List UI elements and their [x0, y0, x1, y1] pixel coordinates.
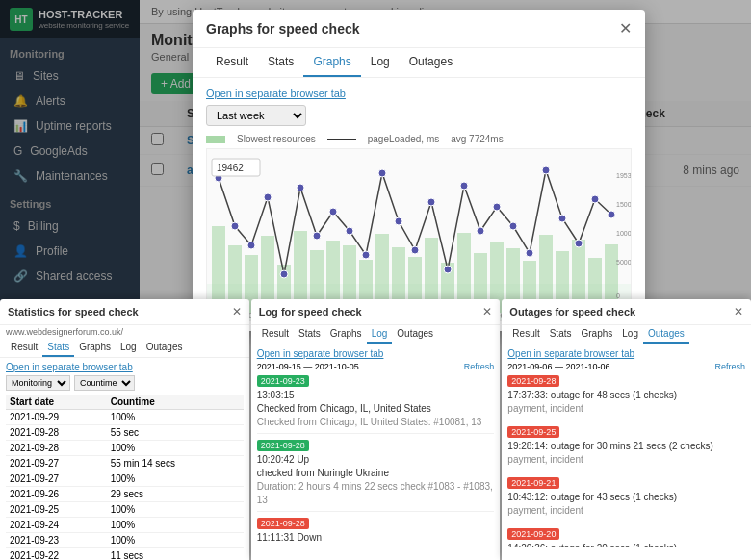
outages-date-range: 2021-09-06 — 2021-10-06	[507, 362, 609, 371]
outage-entry-time: 19:28:14: outage for 30 mins 21 secs (2 …	[507, 440, 745, 453]
avg-label: avg 7724ms	[451, 134, 503, 144]
outage-entry-date: 2021-09-28	[507, 375, 559, 387]
slowest-resources-label: Slowest resources	[237, 134, 316, 144]
stats-value: 100%	[107, 518, 244, 533]
outage-entry: 2021-09-20 14:20:36: outage for 20 secs …	[507, 528, 745, 547]
stats-date: 2021-09-24	[6, 518, 107, 533]
stats-date: 2021-09-28	[6, 441, 107, 456]
log-tab-graphs[interactable]: Graphs	[325, 325, 367, 344]
stats-tab-stats[interactable]: Stats	[42, 339, 74, 357]
modal-graphs-close-button[interactable]: ✕	[619, 19, 632, 38]
log-entry: 2021-09-28 11:11:31 Down K1 (undefined) …	[257, 518, 495, 547]
outage-entry-time: 14:20:36: outage for 20 secs (1 checks)	[507, 542, 745, 547]
stats-period-select[interactable]: MonitoringDaily	[6, 375, 70, 391]
stats-country-select[interactable]: Countime	[74, 375, 135, 391]
svg-point-48	[231, 222, 239, 230]
tab-graphs[interactable]: Graphs	[303, 48, 360, 77]
log-tab-result[interactable]: Result	[257, 325, 294, 344]
svg-point-66	[526, 249, 533, 257]
log-tab-log[interactable]: Log	[367, 325, 393, 344]
outages-open-in-tab-link[interactable]: Open in separate browser tab	[507, 348, 745, 359]
outage-entry-note: payment, incident	[507, 504, 745, 518]
outages-tab-graphs[interactable]: Graphs	[577, 325, 618, 344]
svg-point-52	[297, 184, 304, 191]
open-in-tab-link[interactable]: Open in separate browser tab	[206, 88, 632, 99]
modal-graphs: Graphs for speed check ✕ Result Stats Gr…	[193, 10, 645, 331]
outage-entry: 2021-09-25 19:28:14: outage for 30 mins …	[507, 426, 745, 471]
tab-outages[interactable]: Outages	[400, 48, 462, 77]
svg-text:10000: 10000	[616, 230, 631, 237]
outages-tab-outages[interactable]: Outages	[643, 325, 689, 344]
tab-log[interactable]: Log	[361, 48, 400, 77]
modal-stats-close-button[interactable]: ✕	[232, 305, 242, 318]
log-open-in-tab-link[interactable]: Open in separate browser tab	[257, 348, 495, 359]
svg-point-67	[542, 166, 550, 174]
svg-point-69	[575, 240, 583, 247]
svg-text:0: 0	[616, 293, 620, 299]
stats-tab-result[interactable]: Result	[6, 339, 42, 357]
stats-open-in-tab-link[interactable]: Open in separate browser tab	[6, 362, 244, 372]
stats-table-row: 2021-09-2755 min 14 secs	[6, 456, 244, 471]
modal-graphs-header: Graphs for speed check ✕	[193, 10, 645, 48]
log-tab-outages[interactable]: Outages	[392, 325, 438, 344]
svg-point-70	[591, 195, 599, 203]
modal-outages-tabs: Result Stats Graphs Log Outages	[502, 325, 751, 344]
svg-text:19462: 19462	[217, 163, 244, 173]
outage-entry-time: 17:37:33: outage for 48 secs (1 checks)	[507, 389, 745, 402]
stats-filters: MonitoringDaily Countime	[6, 375, 244, 391]
svg-point-68	[558, 215, 566, 222]
stats-value: 55 sec	[107, 425, 244, 441]
modal-graphs-tabs: Result Stats Graphs Log Outages	[193, 48, 645, 78]
log-entry: 2021-09-28 10:20:42 Up checked from Nuri…	[257, 440, 495, 512]
modal-outages-header: Outages for speed check ✕	[502, 299, 751, 325]
stats-value: 100%	[107, 533, 244, 548]
stats-table-row: 2021-09-2629 secs	[6, 487, 244, 502]
outage-entries: 2021-09-28 17:37:33: outage for 48 secs …	[507, 375, 745, 547]
svg-point-64	[493, 203, 501, 211]
modal-log-body: Open in separate browser tab 2021-09-15 …	[251, 344, 501, 547]
legend-bar	[206, 136, 225, 143]
outages-tab-stats[interactable]: Stats	[545, 325, 577, 344]
svg-point-63	[477, 227, 484, 235]
tab-stats[interactable]: Stats	[258, 48, 303, 77]
log-entry-title: checked from Nuringle Ukraine	[257, 467, 495, 480]
outages-refresh-link[interactable]: Refresh	[715, 362, 746, 371]
svg-point-59	[411, 246, 419, 254]
outage-entry-time: 10:43:12: outage for 43 secs (1 checks)	[507, 491, 745, 504]
stats-value: 29 secs	[107, 487, 244, 502]
outage-entry: 2021-09-21 10:43:12: outage for 43 secs …	[507, 477, 745, 522]
modal-log-tabs: Result Stats Graphs Log Outages	[251, 325, 501, 344]
svg-point-60	[427, 198, 435, 206]
outage-entry-date: 2021-09-25	[507, 426, 559, 438]
stats-tab-log[interactable]: Log	[116, 339, 142, 357]
log-date-range-row: 2021-09-15 — 2021-10-05 Refresh	[257, 362, 495, 371]
stats-tab-outages[interactable]: Outages	[142, 339, 188, 357]
stats-col-date: Start date	[6, 395, 107, 410]
stats-table-row: 2021-09-2855 sec	[6, 425, 244, 441]
log-entry-time: 11:11:31 Down	[257, 531, 495, 545]
stats-value: 11 secs	[107, 548, 244, 561]
stats-date: 2021-09-23	[6, 533, 107, 548]
stats-date: 2021-09-26	[6, 487, 107, 502]
stats-table-row: 2021-09-28100%	[6, 441, 244, 456]
stats-tab-graphs[interactable]: Graphs	[74, 339, 116, 357]
outage-entry-note: payment, incident	[507, 453, 745, 467]
svg-point-56	[362, 251, 370, 259]
modal-log-close-button[interactable]: ✕	[482, 305, 492, 318]
outages-tab-result[interactable]: Result	[507, 325, 544, 344]
stats-date: 2021-09-25	[6, 502, 107, 518]
legend-line	[327, 139, 356, 140]
modal-graphs-title: Graphs for speed check	[206, 21, 360, 37]
log-refresh-link[interactable]: Refresh	[464, 362, 495, 371]
svg-point-62	[460, 182, 468, 190]
log-tab-stats[interactable]: Stats	[294, 325, 325, 344]
stats-table-row: 2021-09-27100%	[6, 471, 244, 487]
period-select[interactable]: Last week Last month Last 3 months Custo…	[206, 105, 306, 126]
tab-result[interactable]: Result	[206, 48, 258, 77]
modal-outages-close-button[interactable]: ✕	[734, 305, 743, 318]
stats-table-row: 2021-09-24100%	[6, 518, 244, 533]
outage-entry: 2021-09-28 17:37:33: outage for 48 secs …	[507, 375, 745, 420]
outages-tab-log[interactable]: Log	[617, 325, 643, 344]
chart-container: 19462 06-25 05:00 06:00 07:00 06-26 fa..…	[206, 148, 632, 321]
log-entry-date: 2021-09-28	[257, 440, 309, 451]
